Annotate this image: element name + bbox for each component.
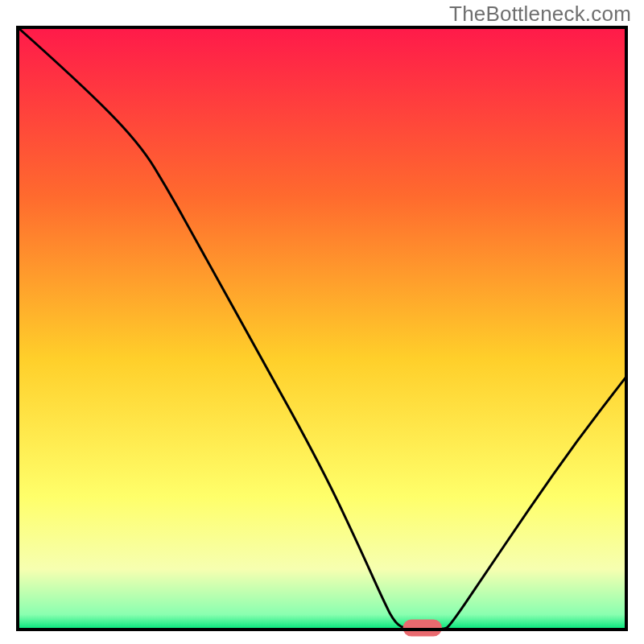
attribution-label: TheBottleneck.com [449, 2, 631, 27]
gradient-background [18, 27, 626, 630]
plot-area [18, 27, 626, 636]
bottleneck-chart [0, 0, 644, 644]
chart-container: TheBottleneck.com [0, 0, 644, 644]
